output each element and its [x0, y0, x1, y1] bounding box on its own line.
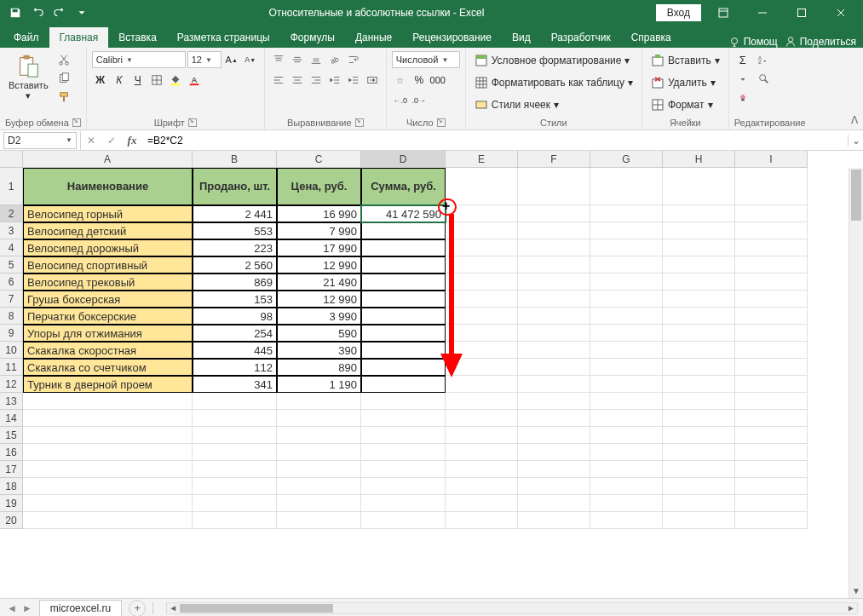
cell[interactable]: 890	[277, 359, 361, 376]
horizontal-scrollbar[interactable]: ◄ ►	[166, 602, 858, 614]
cell[interactable]: Скакалка скоростная	[23, 342, 193, 359]
cell[interactable]: Цена, руб.	[277, 168, 361, 205]
cell[interactable]	[361, 325, 446, 342]
cell[interactable]: 41 472 590	[361, 205, 446, 222]
cell[interactable]: 112	[193, 359, 277, 376]
cell[interactable]	[193, 444, 277, 461]
cell[interactable]	[735, 205, 808, 222]
cell[interactable]	[446, 342, 518, 359]
close-icon[interactable]	[824, 0, 858, 25]
inc-decimal-icon[interactable]: ←.0	[392, 92, 409, 109]
format-painter-icon[interactable]	[55, 89, 72, 106]
cell[interactable]: 341	[193, 376, 277, 393]
tab-вид[interactable]: Вид	[502, 27, 541, 48]
row-header[interactable]: 16	[0, 444, 23, 461]
column-header[interactable]: E	[446, 151, 518, 168]
column-header[interactable]: H	[663, 151, 735, 168]
row-header[interactable]: 19	[0, 495, 23, 512]
cell[interactable]: 3 990	[277, 308, 361, 325]
cell[interactable]	[361, 393, 446, 410]
sheet-nav-prev-icon[interactable]: ◄	[7, 602, 17, 614]
tab-справка[interactable]: Справка	[621, 27, 682, 48]
cell[interactable]	[277, 495, 361, 512]
cell[interactable]	[446, 478, 518, 495]
cell[interactable]: 590	[277, 325, 361, 342]
cell[interactable]: 16 990	[277, 205, 361, 222]
cell[interactable]	[518, 205, 590, 222]
column-header[interactable]: G	[590, 151, 663, 168]
cell[interactable]	[590, 427, 663, 444]
collapse-ribbon-icon[interactable]: ᐱ	[851, 114, 858, 126]
ribbon-display-icon[interactable]	[706, 0, 740, 25]
grow-font-icon[interactable]: A▲	[223, 51, 240, 68]
cell[interactable]	[446, 308, 518, 325]
cell[interactable]: 223	[193, 239, 277, 256]
cell[interactable]	[361, 308, 446, 325]
alignment-dialog-icon[interactable]	[355, 118, 364, 127]
select-all-corner[interactable]	[0, 151, 23, 168]
column-header[interactable]: C	[277, 151, 361, 168]
bold-button[interactable]: Ж	[92, 72, 109, 89]
cell[interactable]	[735, 495, 808, 512]
cell[interactable]	[518, 427, 590, 444]
autosum-icon[interactable]: Σ	[734, 51, 751, 68]
cell[interactable]	[518, 291, 590, 308]
cell[interactable]: Груша боксерская	[23, 291, 193, 308]
column-header[interactable]: D	[361, 151, 446, 168]
tab-разметка страницы[interactable]: Разметка страницы	[167, 27, 280, 48]
cell[interactable]	[193, 427, 277, 444]
scroll-right-icon[interactable]: ►	[845, 603, 857, 613]
cell[interactable]	[590, 376, 663, 393]
wrap-text-icon[interactable]	[345, 51, 362, 68]
cell[interactable]	[518, 342, 590, 359]
clear-icon[interactable]	[734, 89, 751, 106]
tell-me[interactable]: Помощ	[728, 36, 778, 48]
cell[interactable]	[518, 359, 590, 376]
cell[interactable]	[446, 256, 518, 273]
tab-рецензирование[interactable]: Рецензирование	[402, 27, 502, 48]
cell[interactable]	[446, 291, 518, 308]
cell[interactable]	[590, 342, 663, 359]
cell[interactable]	[446, 427, 518, 444]
cell[interactable]	[663, 308, 735, 325]
column-header[interactable]: I	[735, 151, 808, 168]
cell[interactable]	[735, 273, 808, 291]
cell[interactable]	[663, 461, 735, 478]
tab-главная[interactable]: Главная	[49, 27, 109, 48]
cell[interactable]	[193, 512, 277, 529]
cell[interactable]	[663, 427, 735, 444]
cell[interactable]	[590, 291, 663, 308]
cell[interactable]	[518, 495, 590, 512]
cell[interactable]	[518, 376, 590, 393]
cell[interactable]: Наименование	[23, 168, 193, 205]
add-sheet-icon[interactable]: +	[129, 600, 146, 617]
row-header[interactable]: 1	[0, 168, 23, 205]
cell[interactable]	[277, 393, 361, 410]
align-middle-icon[interactable]	[289, 51, 306, 68]
row-header[interactable]: 2	[0, 205, 23, 222]
row-header[interactable]: 17	[0, 461, 23, 478]
cell[interactable]: Сумма, руб.	[361, 168, 446, 205]
dec-indent-icon[interactable]	[326, 72, 343, 89]
cell[interactable]	[23, 427, 193, 444]
sheet-tab[interactable]: microexcel.ru	[39, 600, 122, 616]
cell[interactable]	[361, 273, 446, 291]
cell[interactable]	[590, 168, 663, 205]
cell[interactable]	[735, 444, 808, 461]
cell[interactable]	[518, 239, 590, 256]
cell[interactable]	[23, 461, 193, 478]
sheet-nav-next-icon[interactable]: ►	[22, 602, 32, 614]
cell[interactable]	[735, 359, 808, 376]
cell[interactable]	[590, 478, 663, 495]
cell[interactable]	[663, 376, 735, 393]
cell[interactable]	[23, 393, 193, 410]
cell[interactable]	[361, 478, 446, 495]
redo-icon[interactable]	[49, 3, 70, 23]
vscroll-thumb[interactable]	[851, 170, 861, 221]
row-header[interactable]: 15	[0, 427, 23, 444]
cell[interactable]	[518, 393, 590, 410]
cell[interactable]	[663, 393, 735, 410]
cell[interactable]	[590, 273, 663, 291]
cell[interactable]	[590, 444, 663, 461]
fill-icon[interactable]	[734, 70, 751, 87]
